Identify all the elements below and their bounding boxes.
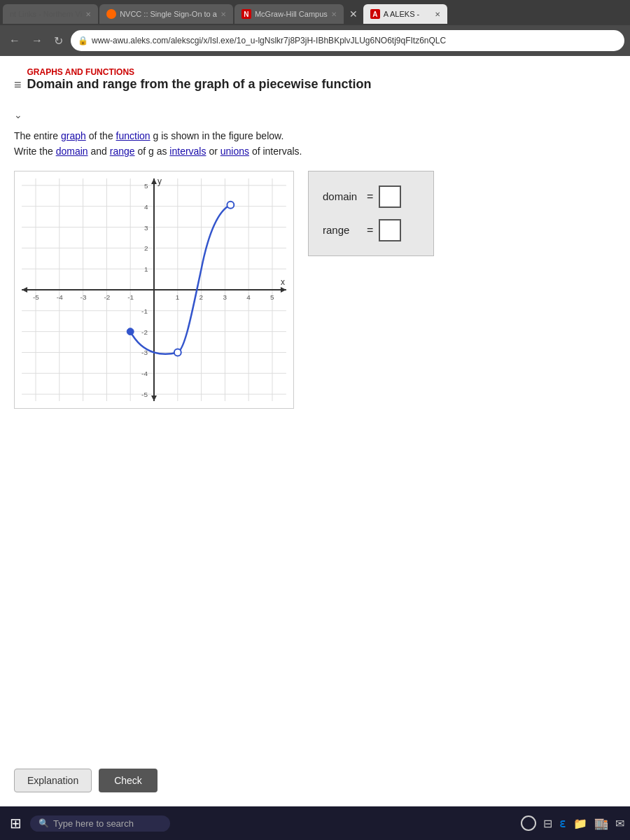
text-of-the: of the	[89, 130, 116, 141]
svg-text:2: 2	[200, 293, 204, 301]
nvcc-icon	[106, 9, 116, 19]
problem-title: Domain and range from the graph of a pie…	[27, 77, 372, 92]
domain-input[interactable]	[379, 186, 401, 208]
tab-nvcc[interactable]: NVCC :: Single Sign-On to a ✕	[99, 4, 233, 24]
link-intervals[interactable]: intervals	[169, 146, 206, 157]
domain-label: domain	[323, 190, 361, 202]
svg-point-52	[227, 202, 234, 209]
svg-text:-1: -1	[141, 307, 148, 315]
check-button[interactable]: Check	[99, 769, 158, 792]
text-g-shown: g is shown in the figure below.	[153, 130, 284, 141]
chevron-section: ⌄	[14, 108, 616, 121]
text-and: and	[90, 146, 109, 157]
svg-text:1: 1	[144, 265, 148, 273]
range-label: range	[323, 224, 361, 236]
address-bar[interactable]: 🔒 www-awu.aleks.com/alekscgi/x/Isl.exe/1…	[71, 30, 624, 51]
svg-text:3: 3	[223, 293, 227, 301]
mcgraw-n-icon: N	[241, 9, 251, 19]
svg-text:-5: -5	[141, 391, 148, 398]
svg-text:5: 5	[144, 182, 148, 190]
svg-text:4: 4	[144, 202, 148, 210]
svg-text:3: 3	[144, 223, 148, 231]
link-domain[interactable]: domain	[56, 146, 88, 157]
mail-icon[interactable]: ✉	[615, 817, 624, 830]
svg-text:x: x	[281, 277, 285, 287]
svg-text:1: 1	[176, 293, 180, 301]
task-view-icon[interactable]: ⊟	[543, 817, 552, 830]
chevron-down-icon[interactable]: ⌄	[14, 109, 22, 120]
tab-label: nt Links - Northern Vi	[10, 10, 82, 18]
text-of-intervals: of intervals.	[252, 146, 302, 157]
svg-text:-5: -5	[33, 293, 39, 301]
svg-point-53	[127, 328, 134, 335]
edge-icon[interactable]: ɛ	[559, 816, 566, 831]
windows-start-button[interactable]: ⊞	[6, 812, 26, 834]
svg-text:-4: -4	[141, 370, 148, 377]
menu-icon[interactable]: ≡	[14, 78, 22, 92]
forward-button[interactable]: →	[28, 33, 46, 48]
tab-label: NVCC :: Single Sign-On to a	[120, 10, 217, 18]
store-icon[interactable]: 🏬	[594, 817, 608, 830]
tab-close-icon[interactable]: ✕	[435, 10, 440, 18]
domain-row: domain =	[323, 186, 419, 208]
tab-aleks[interactable]: A A ALEKS - ✕	[363, 4, 447, 24]
range-equals: =	[367, 224, 373, 237]
text-or: or	[209, 146, 220, 157]
taskbar-search-text: Type here to search	[53, 818, 134, 829]
bottom-buttons: Explanation Check	[14, 769, 158, 792]
address-bar-row: ← → ↻ 🔒 www-awu.aleks.com/alekscgi/x/Isl…	[0, 25, 630, 56]
taskbar: ⊞ 🔍 Type here to search ⊟ ɛ 📁 🏬 ✉	[0, 806, 630, 840]
aleks-a-icon: A	[370, 9, 380, 19]
tab-label: A ALEKS -	[384, 10, 419, 18]
refresh-button[interactable]: ↻	[50, 33, 66, 49]
tab-close-icon[interactable]: ✕	[331, 10, 337, 18]
tab-label: McGraw-Hill Campus	[255, 10, 328, 18]
tab-close-icon[interactable]: ✕	[220, 10, 226, 18]
cortana-icon[interactable]	[521, 816, 536, 831]
svg-point-51	[174, 349, 181, 356]
file-explorer-icon[interactable]: 📁	[573, 817, 587, 830]
svg-text:y: y	[158, 176, 162, 186]
tab-close-icon[interactable]: ✕	[85, 10, 91, 18]
tab-nt-links[interactable]: nt Links - Northern Vi ✕	[3, 4, 98, 24]
domain-equals: =	[367, 190, 373, 203]
svg-text:-1: -1	[127, 293, 134, 301]
svg-text:2: 2	[144, 244, 148, 252]
main-content: ≡ GRAPHS AND FUNCTIONS Domain and range …	[0, 56, 630, 806]
search-icon: 🔍	[38, 818, 49, 828]
text-write-the: Write the	[14, 146, 53, 157]
breadcrumb-bar: ≡ GRAPHS AND FUNCTIONS Domain and range …	[14, 67, 616, 103]
answer-panel: domain = range =	[308, 171, 434, 256]
tab-bar: nt Links - Northern Vi ✕ NVCC :: Single …	[0, 0, 630, 25]
explanation-button[interactable]: Explanation	[14, 769, 92, 792]
text-of-g-as: of g as	[137, 146, 169, 157]
tab-mcgraw[interactable]: N McGraw-Hill Campus ✕	[234, 4, 344, 24]
back-button[interactable]: ←	[6, 33, 24, 48]
link-graph[interactable]: graph	[61, 130, 86, 141]
svg-text:-2: -2	[141, 328, 148, 335]
taskbar-search-bar[interactable]: 🔍 Type here to search	[30, 816, 170, 832]
range-row: range =	[323, 219, 419, 241]
svg-text:5: 5	[270, 293, 274, 301]
link-function[interactable]: function	[116, 130, 150, 141]
section-label: GRAPHS AND FUNCTIONS	[27, 67, 372, 77]
svg-text:-4: -4	[57, 293, 63, 301]
lock-icon: 🔒	[78, 36, 88, 46]
range-input[interactable]	[379, 219, 401, 241]
link-range[interactable]: range	[110, 146, 135, 157]
svg-text:-2: -2	[104, 293, 110, 301]
close-tab-button[interactable]: ✕	[345, 7, 362, 21]
aleks-page: ≡ GRAPHS AND FUNCTIONS Domain and range …	[0, 56, 630, 806]
graph-svg: x y -5 -4 -3 -2 -1 1	[15, 172, 293, 408]
svg-text:4: 4	[246, 293, 251, 301]
url-text: www-awu.aleks.com/alekscgi/x/Isl.exe/1o_…	[92, 36, 446, 46]
problem-statement: The entire graph of the function g is sh…	[14, 128, 616, 160]
svg-text:-3: -3	[80, 293, 87, 301]
text-the-entire: The entire	[14, 130, 58, 141]
taskbar-icons: ⊟ ɛ 📁 🏬 ✉	[521, 816, 624, 831]
browser-chrome: nt Links - Northern Vi ✕ NVCC :: Single …	[0, 0, 630, 56]
link-unions[interactable]: unions	[220, 146, 249, 157]
problem-area: x y -5 -4 -3 -2 -1 1	[14, 171, 616, 409]
graph-container: x y -5 -4 -3 -2 -1 1	[14, 171, 294, 409]
